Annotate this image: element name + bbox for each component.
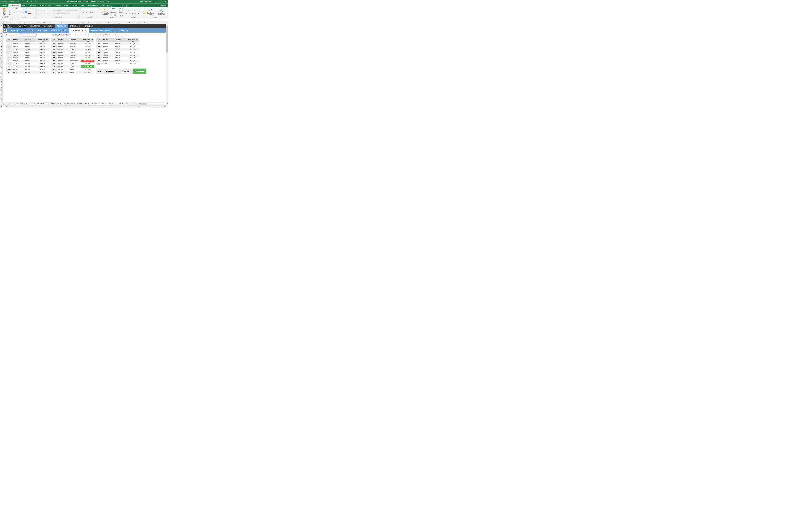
currency-icon[interactable]: $ bbox=[83, 11, 85, 14]
col-header-J[interactable]: J bbox=[55, 21, 68, 24]
thousands-icon[interactable]: 000 bbox=[89, 11, 91, 14]
indent-inc-icon[interactable]: ⇥ bbox=[49, 12, 52, 15]
sheet-tab-CF_fat[interactable]: CF_fat bbox=[30, 103, 36, 105]
sheet-tab-SET[interactable]: SET bbox=[8, 103, 14, 105]
maximize-icon[interactable] bbox=[161, 1, 162, 2]
col-header-I[interactable]: I bbox=[47, 21, 55, 24]
table-row[interactable]: 30R$ 0,00R$ 0,00R$ 0,00 bbox=[96, 62, 146, 65]
row-header-2[interactable]: 2 bbox=[0, 29, 3, 33]
number-expand-icon[interactable]: ◢ bbox=[98, 17, 99, 18]
sheet-tab-CF_LP[interactable]: CF_LP bbox=[56, 103, 63, 105]
conditional-formatting-button[interactable]: Formatação Condicional bbox=[101, 8, 110, 15]
italic-icon[interactable]: I bbox=[16, 11, 19, 14]
decrease-font-icon[interactable]: A bbox=[32, 7, 35, 10]
row-header-15[interactable]: 15 bbox=[0, 69, 3, 72]
col-header-D[interactable]: D bbox=[11, 21, 20, 24]
increase-decimal-icon[interactable]: ,00→ bbox=[91, 11, 94, 14]
underline-icon[interactable]: S bbox=[19, 11, 22, 14]
copy-icon[interactable]: 📄 bbox=[8, 10, 11, 13]
vertical-scrollbar[interactable] bbox=[166, 24, 168, 102]
clipboard-expand-icon[interactable]: ◢ bbox=[10, 18, 11, 19]
row-header-8[interactable]: 8 bbox=[0, 49, 3, 51]
table-row[interactable]: 6R$ 0,00R$ 0,00R$ 0,00 bbox=[6, 57, 50, 59]
tab-desenhar[interactable]: Desenhar bbox=[28, 4, 38, 7]
delete-cells-button[interactable]: ⊟Excluir bbox=[131, 9, 137, 15]
row-header-12[interactable]: 12 bbox=[0, 60, 3, 63]
align-left-icon[interactable]: ≡ bbox=[37, 12, 40, 15]
sheet-nav-next-icon[interactable]: ▶ bbox=[3, 103, 5, 105]
subnav-impressao[interactable]: IMPRESSÃO bbox=[118, 29, 131, 33]
name-box[interactable]: A1▼ bbox=[0, 19, 11, 21]
row-header-18[interactable]: 18 bbox=[0, 78, 3, 81]
nav-grupos[interactable]: GRUPOS DE CONTAS bbox=[15, 24, 28, 28]
row-header-22[interactable]: 22 bbox=[0, 90, 3, 93]
macro-record-icon[interactable]: ▦ bbox=[6, 106, 7, 108]
number-format-combo[interactable]: ▾ bbox=[81, 7, 99, 10]
fill-color-icon[interactable]: 🪣 bbox=[25, 11, 28, 14]
table-row[interactable]: 4R$ 0,00R$ 0,00R$ 0,00 bbox=[6, 51, 50, 54]
tab-arquivo[interactable]: Arquivo bbox=[0, 4, 8, 7]
format-as-table-button[interactable]: Formatar como Tabela bbox=[110, 7, 118, 16]
row-header-7[interactable]: 7 bbox=[0, 46, 3, 49]
paste-button[interactable]: Colar▾ bbox=[1, 8, 8, 15]
row-header-9[interactable]: 9 bbox=[0, 51, 3, 54]
new-sheet-icon[interactable]: ⊕ bbox=[133, 103, 136, 105]
table-row[interactable]: 25R$ 0,00R$ 0,00R$ 0,00 bbox=[96, 48, 146, 51]
zoom-in-icon[interactable]: + bbox=[162, 106, 163, 107]
tab-pagina-inicial[interactable]: Página Inicial bbox=[8, 4, 21, 7]
sheet-tab-REL_fc[interactable]: REL_fc bbox=[83, 103, 90, 105]
col-header-L[interactable]: L bbox=[78, 21, 82, 24]
tab-desenvolvedor[interactable]: Desenvolvedor bbox=[86, 4, 100, 7]
col-header-F[interactable]: F bbox=[30, 21, 38, 24]
table-row[interactable]: 3R$ 0,00R$ 0,00R$ 0,00 bbox=[6, 48, 50, 51]
table-row[interactable]: 11R$ 0,00R$ 0,00R$ 0,00 bbox=[6, 71, 50, 74]
sheet-more-icon[interactable]: … bbox=[130, 103, 133, 105]
sheet-tab-Auxiliar[interactable]: Auxiliar bbox=[76, 103, 83, 105]
table-row[interactable]: 29R$ 0,00R$ 0,00R$ 0,00 bbox=[96, 59, 146, 62]
table-row[interactable]: 12R$ 0,00R$ 0,00R$ 0,00 bbox=[51, 42, 94, 45]
orientation-icon[interactable]: ⟲ bbox=[46, 8, 49, 11]
sheet-tab-META[interactable]: META bbox=[70, 103, 76, 105]
format-painter-icon[interactable]: 🖌 bbox=[8, 13, 11, 16]
tab-msp[interactable]: MSP bbox=[100, 4, 106, 7]
sheet-tab-CF_dia[interactable]: CF_dia bbox=[98, 103, 105, 105]
font-family-combo[interactable]: Calibri▾ bbox=[13, 7, 24, 10]
tab-exibir[interactable]: Exibir bbox=[79, 4, 86, 7]
share-button[interactable]: ⇪ Compartilhar bbox=[155, 4, 168, 7]
table-row[interactable]: 2R$ 0,00R$ 0,00R$ 0,00 bbox=[6, 46, 50, 48]
indent-dec-icon[interactable]: ⇤ bbox=[46, 12, 49, 15]
page-break-view-icon[interactable] bbox=[145, 106, 148, 108]
increase-font-icon[interactable]: A bbox=[29, 7, 32, 10]
nav-lancamentos[interactable]: LANÇAMENTOS bbox=[29, 24, 42, 28]
align-top-icon[interactable]: ≡ bbox=[37, 8, 40, 11]
undo-icon[interactable]: ↶ bbox=[27, 1, 29, 3]
fx-icon[interactable]: fx bbox=[18, 19, 19, 21]
zoom-slider[interactable] bbox=[151, 107, 161, 107]
table-row[interactable]: 27R$ 0,00R$ 0,00R$ 0,00 bbox=[96, 54, 146, 57]
zoom-level[interactable]: 90% bbox=[164, 106, 167, 107]
table-row[interactable]: 17R$ 0,00R$ 0,00R$ 0,00 bbox=[51, 57, 94, 59]
col-header-E[interactable]: E bbox=[20, 21, 30, 24]
sheet-tab-FC_dia_NP[interactable]: FC_dia_NP bbox=[105, 103, 115, 105]
zoom-out-icon[interactable]: − bbox=[149, 106, 150, 107]
sheet-tab-PC_transf[interactable]: PC_transf bbox=[36, 103, 45, 105]
sheet-tab-OUT[interactable]: OUT bbox=[14, 103, 19, 105]
table-row[interactable]: 16R$ 0,00R$ 0,00R$ 0,00 bbox=[51, 54, 94, 57]
close-icon[interactable] bbox=[165, 1, 166, 2]
sheet-nav-prev-icon[interactable]: ◀ bbox=[0, 103, 3, 105]
sheet-tab-NOV[interactable]: NOV bbox=[19, 103, 24, 105]
border-icon[interactable]: ▦ bbox=[22, 11, 24, 14]
sheet-tab-REL_[interactable]: REL_ bbox=[124, 103, 130, 105]
sheet-tab-REL_dre[interactable]: REL_dre bbox=[90, 103, 98, 105]
table-row[interactable]: 8R$ 0,00R$ 0,00R$ 0,00 bbox=[6, 62, 50, 65]
page-layout-view-icon[interactable] bbox=[142, 106, 144, 108]
ribbon-options-icon[interactable] bbox=[153, 1, 155, 2]
merge-button[interactable]: ⊞Mesclar e Centralizar ▾ bbox=[53, 12, 78, 14]
sheet-tab-CF_inv[interactable]: CF_inv bbox=[63, 103, 70, 105]
cell-styles-button[interactable]: Estilos de Célula bbox=[118, 7, 124, 16]
font-color-icon[interactable]: A bbox=[28, 11, 31, 14]
table-row[interactable]: 19R$ 0,00R$ 0,00R$ 0,00 bbox=[51, 62, 94, 65]
col-header-M[interactable]: M bbox=[82, 21, 85, 24]
autosave-toggle[interactable] bbox=[16, 1, 19, 2]
table-row[interactable]: 9R$ 0,00R$ 0,00R$ 0,00 bbox=[6, 65, 50, 68]
